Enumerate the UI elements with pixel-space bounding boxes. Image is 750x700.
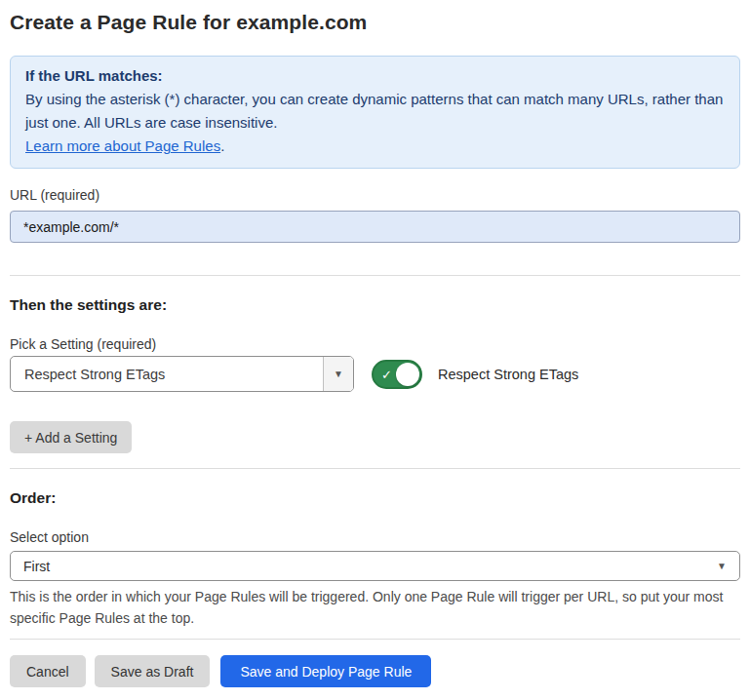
url-match-info-box: If the URL matches: By using the asteris… [10,56,740,169]
divider [10,468,740,469]
setting-select-value: Respect Strong ETags [11,357,323,391]
toggle-label: Respect Strong ETags [438,367,578,382]
respect-strong-etags-toggle[interactable]: ✓ [372,360,422,389]
setting-picker-label: Pick a Setting (required) [10,334,740,354]
divider [10,275,740,276]
order-help-text: This is the order in which your Page Rul… [10,586,731,629]
order-section-heading: Order: [10,488,740,508]
order-select-label: Select option [10,527,740,547]
page-title: Create a Page Rule for example.com [10,9,740,36]
link-suffix: . [220,137,224,154]
divider [10,639,740,640]
footer-actions: Cancel Save as Draft Save and Deploy Pag… [10,655,740,687]
url-input[interactable] [10,211,740,243]
setting-select-arrow-box[interactable]: ▼ [323,357,353,391]
check-icon: ✓ [381,368,392,380]
info-box-heading: If the URL matches: [25,64,725,88]
order-select-value: First [11,559,739,574]
order-select[interactable]: First ▼ [10,551,740,581]
info-box-link-line: Learn more about Page Rules. [25,135,725,158]
cancel-button[interactable]: Cancel [10,655,86,687]
url-field-label: URL (required) [10,185,740,205]
chevron-down-icon: ▼ [334,369,343,379]
setting-select[interactable]: Respect Strong ETags ▼ [10,356,354,392]
page-rule-form: Create a Page Rule for example.com If th… [0,9,750,687]
setting-row: Respect Strong ETags ▼ ✓ Respect Strong … [10,356,740,392]
chevron-down-icon: ▼ [717,562,727,571]
save-and-deploy-button[interactable]: Save and Deploy Page Rule [220,655,431,687]
add-setting-button[interactable]: + Add a Setting [10,421,132,453]
save-as-draft-button[interactable]: Save as Draft [95,655,211,687]
toggle-knob [396,363,419,386]
info-box-body: By using the asterisk (*) character, you… [25,88,725,135]
settings-section-heading: Then the settings are: [10,295,740,315]
learn-more-link[interactable]: Learn more about Page Rules [25,137,220,154]
